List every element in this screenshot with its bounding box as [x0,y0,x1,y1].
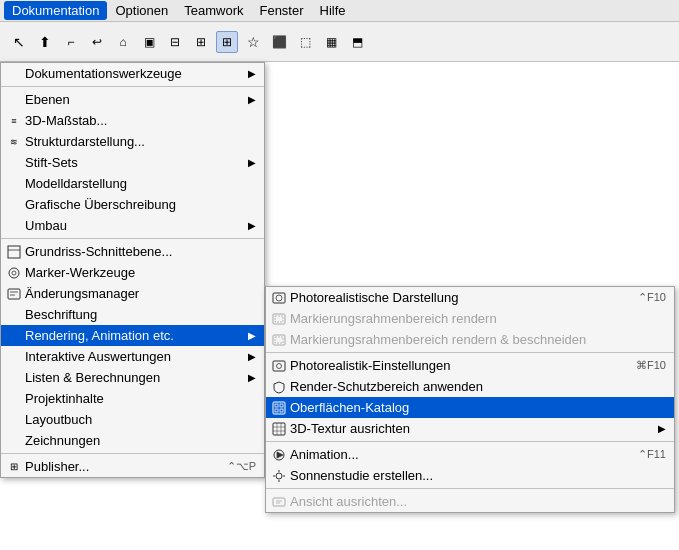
menu-item-marker[interactable]: Marker-Werkzeuge [1,262,264,283]
toolbar-icon-box1[interactable]: ▣ [138,31,160,53]
beschriftung-icon [5,306,23,324]
toolbar-icon-house[interactable]: ⌂ [112,31,134,53]
svg-rect-10 [275,316,283,322]
toolbar-icon-sq3[interactable]: ▦ [320,31,342,53]
svg-rect-19 [280,409,283,412]
animation-shortcut: ⌃F11 [638,448,666,461]
toolbar-icon-angle2[interactable]: ↩ [86,31,108,53]
svg-point-14 [277,363,282,368]
sub-dropdown-rendering: Photorealistische Darstellung ⌃F10 Marki… [265,286,675,513]
grafische-icon [5,196,23,214]
menu-item-interaktive[interactable]: Interaktive Auswertungen ▶ [1,346,264,367]
sub-item-sonnenstudie[interactable]: Sonnenstudie erstellen... [266,465,674,486]
sub-item-markierungsrahmen-rendern: Markierungsrahmenbereich rendern [266,308,674,329]
menu-bar: Dokumentation Optionen Teamwork Fenster … [0,0,679,22]
einstellungen-icon [270,357,288,375]
sub-item-photorealistik-einstellungen[interactable]: Photorealistik-Einstellungen ⌘F10 [266,355,674,376]
toolbar-icon-arrow[interactable]: ↖ [8,31,30,53]
svg-rect-17 [280,404,283,407]
massstab-icon: ≡ [5,112,23,130]
svg-point-3 [12,271,16,275]
menu-item-ebenen[interactable]: Ebenen ▶ [1,89,264,110]
schutz-icon [270,378,288,396]
sub-item-render-schutzbereich[interactable]: Render-Schutzbereich anwenden [266,376,674,397]
interaktive-icon [5,348,23,366]
svg-rect-18 [275,409,278,412]
submenu-arrow-umbau: ▶ [248,220,256,231]
katalog-icon [270,399,288,417]
submenu-arrow-interaktive: ▶ [248,351,256,362]
svg-rect-7 [273,293,285,303]
menu-item-modelldarstellung[interactable]: Modelldarstellung [1,173,264,194]
publisher-icon: ⊞ [5,458,23,476]
menu-item-beschriftung[interactable]: Beschriftung [1,304,264,325]
textur-arrow: ▶ [658,423,666,434]
sub-separator-2 [266,441,674,442]
sub-item-animation[interactable]: Animation... ⌃F11 [266,444,674,465]
sub-item-oberflaechen-katalog[interactable]: Oberflächen-Katalog [266,397,674,418]
photo-shortcut: ⌃F10 [638,291,666,304]
layoutbuch-icon [5,411,23,429]
menu-fenster[interactable]: Fenster [251,1,311,20]
menu-item-aenderungsmanager[interactable]: Änderungsmanager [1,283,264,304]
toolbar-icon-sq4[interactable]: ⬒ [346,31,368,53]
menu-item-umbau[interactable]: Umbau ▶ [1,215,264,236]
menu-item-grundriss[interactable]: Grundriss-Schnittebene... [1,241,264,262]
toolbar-icon-angle1[interactable]: ⌐ [60,31,82,53]
ebenen-icon [5,91,23,109]
svg-rect-13 [273,361,285,371]
svg-marker-26 [277,452,283,458]
menu-teamwork[interactable]: Teamwork [176,1,251,20]
sub-separator-3 [266,488,674,489]
menu-optionen[interactable]: Optionen [107,1,176,20]
main-dropdown: Dokumentationswerkzeuge ▶ Ebenen ▶ ≡ 3D-… [0,62,265,478]
textur-icon [270,420,288,438]
sub-item-markierungsrahmen-beschneiden: Markierungsrahmenbereich rendern & besch… [266,329,674,350]
sub-item-photorealistische[interactable]: Photorealistische Darstellung ⌃F10 [266,287,674,308]
photo-icon [270,289,288,307]
svg-point-8 [276,295,282,301]
menu-item-strukturdarstellung[interactable]: ≋ Strukturdarstellung... [1,131,264,152]
sub-item-ansicht-ausrichten: Ansicht ausrichten... [266,491,674,512]
modell-icon [5,175,23,193]
menu-item-stift-sets[interactable]: Stift-Sets ▶ [1,152,264,173]
menu-item-listen[interactable]: Listen & Berechnungen ▶ [1,367,264,388]
struktur-icon: ≋ [5,133,23,151]
toolbar-icon-sq2[interactable]: ⬚ [294,31,316,53]
stift-icon [5,154,23,172]
content-area: - - - - Dokumentationswerkzeuge ▶ Ebenen… [0,62,679,550]
menu-item-zeichnungen[interactable]: Zeichnungen [1,430,264,451]
submenu-arrow-rendering: ▶ [248,330,256,341]
separator-3 [1,453,264,454]
menu-item-layoutbuch[interactable]: Layoutbuch [1,409,264,430]
toolbar-icon-box3[interactable]: ⊞ [190,31,212,53]
toolbar-icon-sq1[interactable]: ⬛ [268,31,290,53]
submenu-arrow: ▶ [248,68,256,79]
zeichnungen-icon [5,432,23,450]
menu-item-dokumentationswerkzeuge[interactable]: Dokumentationswerkzeuge ▶ [1,63,264,84]
menu-dokumentation[interactable]: Dokumentation [4,1,107,20]
submenu-arrow-stift: ▶ [248,157,256,168]
toolbar-icon-up[interactable]: ⬆ [34,31,56,53]
menu-item-grafische[interactable]: Grafische Überschreibung [1,194,264,215]
toolbar-icon-star[interactable]: ☆ [242,31,264,53]
toolbar: ↖ ⬆ ⌐ ↩ ⌂ ▣ ⊟ ⊞ ⊞ ☆ ⬛ ⬚ ▦ ⬒ [0,22,679,62]
aenderung-icon [5,285,23,303]
toolbar-icon-box2[interactable]: ⊟ [164,31,186,53]
menu-hilfe[interactable]: Hilfe [312,1,354,20]
grundriss-icon [5,243,23,261]
svg-rect-32 [273,498,285,506]
projektinhalte-icon [5,390,23,408]
svg-rect-12 [275,337,283,343]
submenu-arrow-ebenen: ▶ [248,94,256,105]
menu-item-3d-massstab[interactable]: ≡ 3D-Maßstab... [1,110,264,131]
toolbar-icon-grid[interactable]: ⊞ [216,31,238,53]
menu-item-projektinhalte[interactable]: Projektinhalte [1,388,264,409]
svg-point-27 [276,473,282,479]
umbau-icon [5,217,23,235]
sub-item-3d-textur[interactable]: 3D-Textur ausrichten ▶ [266,418,674,439]
menu-item-rendering[interactable]: Rendering, Animation etc. ▶ [1,325,264,346]
sub-separator-1 [266,352,674,353]
publisher-shortcut: ⌃⌥P [227,460,256,473]
menu-item-publisher[interactable]: ⊞ Publisher... ⌃⌥P [1,456,264,477]
